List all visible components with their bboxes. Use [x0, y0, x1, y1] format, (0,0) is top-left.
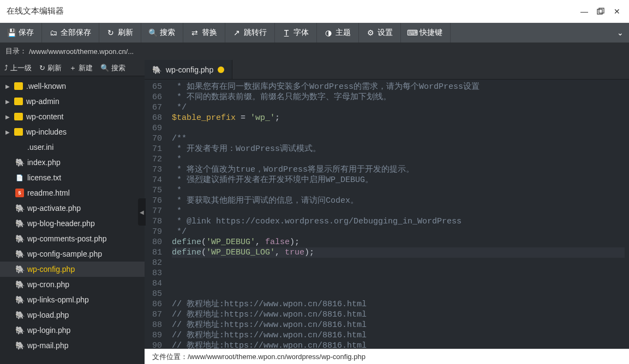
file-item[interactable]: 🐘wp-load.php	[0, 307, 145, 323]
php-icon: 🐘	[15, 265, 24, 274]
file-item[interactable]: 🐘wp-config.php	[0, 262, 145, 277]
file-name: license.txt	[27, 173, 61, 182]
new-button[interactable]: ＋新建	[69, 63, 93, 73]
file-item[interactable]: 🐘wp-login.php	[0, 323, 145, 338]
chevron-right-icon: ▶	[4, 99, 11, 105]
settings-button[interactable]: ⚙设置	[359, 23, 401, 43]
code-line[interactable]: * 如果您有在同一数据库内安装多个WordPress的需求，请为每个WordPr…	[172, 82, 625, 92]
code-editor[interactable]: 6566676869707172737475767778798081828384…	[145, 80, 629, 364]
line-number: 89	[152, 330, 162, 341]
file-item[interactable]: 🐘wp-cron.php	[0, 277, 145, 292]
file-item[interactable]: 🐘wp-blog-header.php	[0, 216, 145, 231]
php-icon: 🐘	[15, 158, 24, 167]
collapse-handle[interactable]: ◀	[138, 198, 146, 226]
code-line[interactable]: *	[172, 154, 625, 165]
file-item[interactable]: .user.ini	[0, 139, 145, 155]
code-line[interactable]: // 教程地址:https://www.wpon.cn/8816.html	[172, 299, 625, 310]
font-button[interactable]: T字体	[275, 23, 317, 43]
file-item[interactable]: 🐘wp-mail.php	[0, 338, 145, 353]
chevron-right-icon: ▶	[4, 114, 11, 120]
tab-wp-config[interactable]: 🐘 wp-config.php	[145, 60, 232, 79]
txt-icon: 📄	[15, 173, 24, 182]
folder-item[interactable]: ▶.well-known	[0, 78, 145, 94]
code-line[interactable]: $table_prefix = 'wp_';	[172, 113, 625, 123]
line-number: 82	[152, 258, 162, 268]
file-item[interactable]: 🐘wp-links-opml.php	[0, 292, 145, 307]
code-line[interactable]: * 不同的数据表前缀。前缀名只能为数字、字母加下划线。	[172, 92, 625, 102]
php-icon: 🐘	[15, 311, 24, 319]
file-tree[interactable]: ▶.well-known▶wp-admin▶wp-content▶wp-incl…	[0, 76, 145, 364]
file-item[interactable]: 📄license.txt	[0, 170, 145, 185]
code-line[interactable]: define('WP_DEBUG_LOG', true);	[172, 247, 625, 258]
search-button[interactable]: 🔍搜索	[141, 23, 183, 43]
file-item[interactable]: 🐘wp-config-sample.php	[0, 246, 145, 262]
code-line[interactable]: /**	[172, 134, 625, 144]
code-line[interactable]	[172, 268, 625, 278]
code-line[interactable]: * 开发者专用：WordPress调试模式。	[172, 144, 625, 154]
save-all-label: 全部保存	[61, 28, 91, 38]
font-icon: T	[283, 29, 290, 37]
theme-button[interactable]: ◑主题	[317, 23, 359, 43]
line-number: 84	[152, 278, 162, 289]
folder-item[interactable]: ▶wp-content	[0, 109, 145, 124]
code-line[interactable]: define('WP_DEBUG', false);	[172, 237, 625, 247]
php-icon: 🐘	[15, 250, 24, 258]
file-icon	[15, 143, 24, 151]
line-number: 68	[152, 113, 162, 123]
file-name: wp-comments-post.php	[27, 234, 107, 243]
save-all-button[interactable]: 🗂全部保存	[42, 23, 99, 43]
code-line[interactable]	[172, 289, 625, 299]
line-number: 88	[152, 320, 162, 330]
code-line[interactable]: // 教程地址:https://www.wpon.cn/8816.html	[172, 310, 625, 320]
code-line[interactable]: */	[172, 102, 625, 113]
up-button[interactable]: ⤴上一级	[4, 63, 32, 73]
line-number: 76	[152, 196, 162, 206]
code-line[interactable]: */	[172, 227, 625, 237]
goto-button[interactable]: ↗跳转行	[225, 23, 275, 43]
line-number: 86	[152, 299, 162, 310]
sidebar-search-button[interactable]: 🔍搜索	[100, 63, 125, 73]
folder-item[interactable]: ▶wp-includes	[0, 124, 145, 139]
file-item[interactable]: 🐘wp-comments-post.php	[0, 231, 145, 246]
file-name: readme.html	[27, 189, 70, 197]
editor-area: ◀ 🐘 wp-config.php 6566676869707172737475…	[145, 60, 629, 364]
search-icon: 🔍	[100, 64, 109, 72]
code-line[interactable]: * 强烈建议插件开发者在开发环境中启用WP_DEBUG。	[172, 175, 625, 185]
shortcuts-button[interactable]: ⌨快捷键	[401, 23, 451, 43]
folder-icon	[14, 113, 23, 120]
code-content[interactable]: * 如果您有在同一数据库内安装多个WordPress的需求，请为每个WordPr…	[167, 80, 629, 364]
code-line[interactable]: *	[172, 185, 625, 196]
code-line[interactable]: *	[172, 206, 625, 216]
save-all-icon: 🗂	[50, 29, 57, 37]
code-line[interactable]: // 教程地址:https://www.wpon.cn/8816.html	[172, 320, 625, 330]
refresh-icon: ↻	[107, 29, 115, 37]
code-line[interactable]: * 将这个值改为true，WordPress将显示所有用于开发的提示。	[172, 165, 625, 175]
file-item[interactable]: 🐘index.php	[0, 155, 145, 170]
minimize-button[interactable]: —	[579, 6, 590, 17]
save-button[interactable]: 💾保存	[0, 23, 42, 43]
maximize-button[interactable]	[595, 6, 606, 17]
folder-icon	[14, 128, 23, 136]
tabs: 🐘 wp-config.php	[145, 60, 629, 80]
line-number: 75	[152, 185, 162, 196]
code-line[interactable]: * @link https://codex.wordpress.org/Debu…	[172, 216, 625, 227]
new-label: 新建	[79, 63, 93, 73]
path-value[interactable]: /www/wwwroot/theme.wpon.cn/...	[29, 47, 134, 56]
code-line[interactable]	[172, 123, 625, 134]
file-name: wp-includes	[26, 128, 67, 136]
code-line[interactable]: * 要获取其他能用于调试的信息，请访问Codex。	[172, 196, 625, 206]
code-line[interactable]	[172, 278, 625, 289]
code-line[interactable]: // 教程地址:https://www.wpon.cn/8816.html	[172, 330, 625, 341]
sidebar-refresh-button[interactable]: ↻刷新	[39, 63, 62, 73]
close-button[interactable]: ✕	[612, 6, 622, 17]
folder-item[interactable]: ▶wp-admin	[0, 94, 145, 109]
search-icon: 🔍	[149, 29, 157, 37]
toolbar-more-button[interactable]: ⌄	[612, 23, 629, 43]
file-item[interactable]: 🐘wp-activate.php	[0, 201, 145, 216]
code-line[interactable]	[172, 258, 625, 268]
file-name: wp-links-opml.php	[27, 295, 89, 304]
refresh-button[interactable]: ↻刷新	[99, 23, 141, 43]
line-number: 65	[152, 82, 162, 92]
file-item[interactable]: 5readme.html	[0, 185, 145, 201]
replace-button[interactable]: ⇄替换	[183, 23, 225, 43]
